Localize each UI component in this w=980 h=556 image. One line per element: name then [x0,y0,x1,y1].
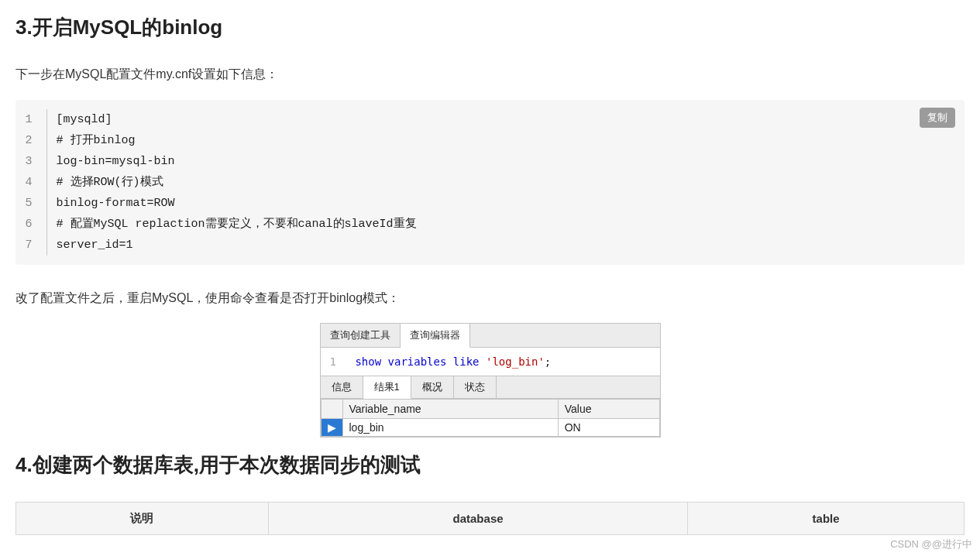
code-lineno: 2 [23,130,46,151]
cell-variable-name: log_bin [342,419,558,437]
col-variable-name: Variable_name [342,400,558,419]
col-value: Value [558,400,659,419]
result-tabs: 信息 结果1 概况 状态 [321,376,660,399]
copy-button[interactable]: 复制 [920,108,955,128]
mysql-screenshot: 查询创建工具 查询编辑器 1 show variables like 'log_… [320,323,661,438]
code-lineno: 5 [23,193,46,214]
sql-end: ; [545,355,551,368]
sql-keyword: show [355,355,381,368]
th-description: 说明 [16,503,269,535]
tab-info: 信息 [321,376,363,398]
query-tabs: 查询创建工具 查询编辑器 [321,324,660,348]
code-line: # 打开binlog [46,130,417,151]
db-tables-table: 说明 database table [15,502,965,535]
code-line: server_id=1 [46,235,417,256]
result-row: ▶ log_bin ON [321,419,659,437]
code-line: binlog-format=ROW [46,193,417,214]
cell-value: ON [558,419,659,437]
tab-status: 状态 [454,376,497,398]
tab-query-editor: 查询编辑器 [401,324,470,348]
sql-editor: 1 show variables like 'log_bin'; [321,348,660,376]
code-table: 1[mysqld] 2# 打开binlog 3log-bin=mysql-bin… [23,109,417,256]
section-heading-4: 4.创建两个数据库表,用于本次数据同步的测试 [15,451,965,479]
code-lineno: 4 [23,172,46,193]
tab-profile: 概况 [411,376,454,398]
pointer-header [321,400,342,419]
code-lineno: 3 [23,151,46,172]
sql-string: 'log_bin' [486,355,545,368]
th-table: table [688,503,965,535]
code-lineno: 1 [23,109,46,130]
code-lineno: 7 [23,235,46,256]
editor-lineno: 1 [330,355,336,368]
intro-paragraph-1: 下一步在MySQL配置文件my.cnf设置如下信息： [15,64,965,84]
th-database: database [268,503,687,535]
section-heading-3: 3.开启MySQL的binlog [15,14,965,41]
tab-query-builder: 查询创建工具 [321,324,401,347]
sql-keyword: variables [388,355,447,368]
sql-keyword: like [453,355,480,368]
row-pointer-icon: ▶ [321,419,342,437]
code-block-mycnf: 复制 1[mysqld] 2# 打开binlog 3log-bin=mysql-… [15,100,965,265]
code-line: # 选择ROW(行)模式 [46,172,417,193]
tab-result1: 结果1 [363,376,411,399]
code-line: [mysqld] [46,109,417,130]
result-table: Variable_name Value ▶ log_bin ON [321,399,660,437]
code-line: # 配置MySQL replaction需要定义，不要和canal的slaveI… [46,214,417,235]
intro-paragraph-2: 改了配置文件之后，重启MySQL，使用命令查看是否打开binlog模式： [15,288,965,308]
code-lineno: 6 [23,214,46,235]
code-line: log-bin=mysql-bin [46,151,417,172]
